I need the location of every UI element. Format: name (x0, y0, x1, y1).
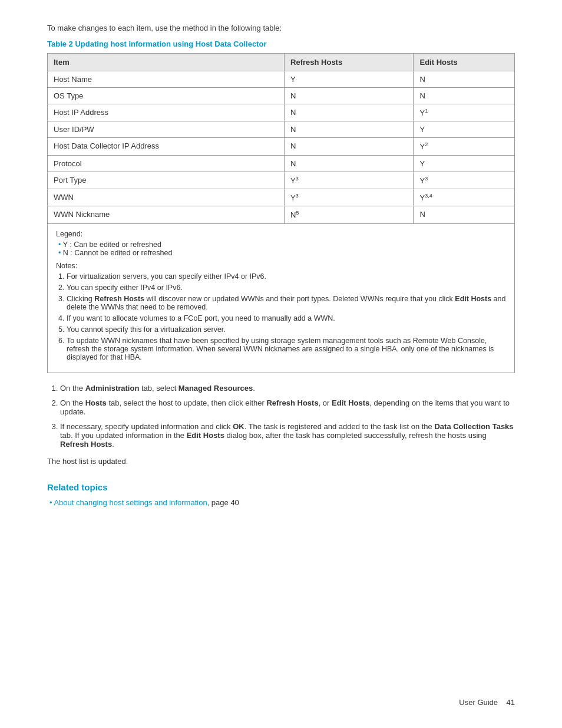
notes-list: For virtualization servers, you can spec… (67, 272, 506, 361)
related-topic-page: , page 40 (207, 498, 239, 507)
item-cell: WWN Nickname (48, 206, 285, 223)
edit-cell: Y2 (414, 138, 515, 155)
related-topics-list: About changing host settings and informa… (49, 498, 515, 507)
legend-title: Legend: (56, 230, 506, 238)
refresh-cell: N5 (285, 206, 414, 223)
note-item: If you want to allocate volumes to a FCo… (67, 314, 506, 322)
host-info-table: Item Refresh Hosts Edit Hosts Host Name … (47, 53, 515, 224)
edit-cell: Y1 (414, 104, 515, 121)
table-row: Protocol N Y (48, 155, 515, 172)
legend-item: N : Cannot be edited or refreshed (58, 249, 506, 257)
related-topics-section: Related topics About changing host setti… (47, 482, 515, 507)
note-item: For virtualization servers, you can spec… (67, 272, 506, 281)
table-row: WWN Y3 Y3,4 (48, 189, 515, 206)
refresh-cell: N (285, 138, 414, 155)
table-row: Port Type Y3 Y3 (48, 172, 515, 189)
refresh-cell: N (285, 121, 414, 138)
edit-cell: Y (414, 155, 515, 172)
table-row: Host Name Y N (48, 71, 515, 88)
table-row: OS Type N N (48, 88, 515, 104)
step-item: If necessary, specify updated informatio… (60, 422, 515, 449)
note-item: You cannot specify this for a virtualiza… (67, 325, 506, 334)
steps-section: On the Administration tab, select Manage… (47, 384, 515, 449)
table-row: WWN Nickname N5 N (48, 206, 515, 223)
footer: User Guide 41 (459, 698, 515, 707)
related-topic-link[interactable]: About changing host settings and informa… (54, 498, 207, 507)
edit-cell: Y3,4 (414, 189, 515, 206)
steps-list: On the Administration tab, select Manage… (60, 384, 515, 449)
result-text: The host list is updated. (47, 457, 515, 466)
edit-cell: Y (414, 121, 515, 138)
col-header-item: Item (48, 54, 285, 71)
note-item: To update WWN nicknames that have been s… (67, 337, 506, 361)
refresh-cell: Y (285, 71, 414, 88)
item-cell: Host Data Collector IP Address (48, 138, 285, 155)
item-cell: WWN (48, 189, 285, 206)
legend-list: Y : Can be edited or refreshed N : Canno… (58, 241, 506, 257)
item-cell: Host IP Address (48, 104, 285, 121)
related-topic-item: About changing host settings and informa… (49, 498, 515, 507)
footer-label: User Guide (459, 698, 498, 707)
table-title: Table 2 Updating host information using … (47, 39, 515, 48)
table-row: Host IP Address N Y1 (48, 104, 515, 121)
note-item: Clicking Refresh Hosts will discover new… (67, 295, 506, 311)
edit-cell: N (414, 206, 515, 223)
related-topics-title: Related topics (47, 482, 515, 492)
refresh-cell: Y3 (285, 189, 414, 206)
intro-text: To make changes to each item, use the me… (47, 24, 515, 32)
edit-cell: N (414, 88, 515, 104)
refresh-cell: N (285, 104, 414, 121)
refresh-cell: N (285, 88, 414, 104)
note-item: You can specify either IPv4 or IPv6. (67, 284, 506, 292)
notes-title: Notes: (56, 262, 506, 270)
legend-notes-box: Legend: Y : Can be edited or refreshed N… (47, 224, 515, 373)
refresh-cell: N (285, 155, 414, 172)
item-cell: Protocol (48, 155, 285, 172)
item-cell: Port Type (48, 172, 285, 189)
footer-page: 41 (507, 698, 515, 707)
item-cell: User ID/PW (48, 121, 285, 138)
col-header-edit: Edit Hosts (414, 54, 515, 71)
col-header-refresh: Refresh Hosts (285, 54, 414, 71)
edit-cell: Y3 (414, 172, 515, 189)
refresh-cell: Y3 (285, 172, 414, 189)
table-row: Host Data Collector IP Address N Y2 (48, 138, 515, 155)
table-row: User ID/PW N Y (48, 121, 515, 138)
legend-item: Y : Can be edited or refreshed (58, 241, 506, 249)
item-cell: Host Name (48, 71, 285, 88)
item-cell: OS Type (48, 88, 285, 104)
step-item: On the Hosts tab, select the host to upd… (60, 398, 515, 416)
edit-cell: N (414, 71, 515, 88)
step-item: On the Administration tab, select Manage… (60, 384, 515, 393)
